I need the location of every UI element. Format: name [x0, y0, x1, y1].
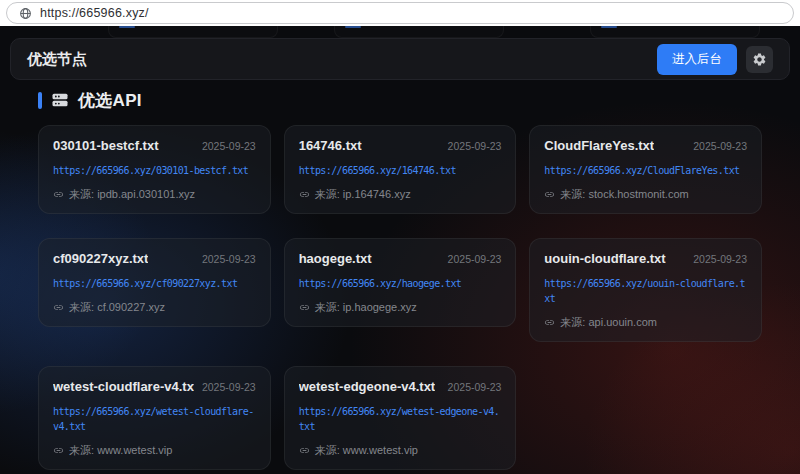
- link-icon: [299, 445, 310, 456]
- source-domain: ipdb.api.030101.xyz: [97, 188, 195, 200]
- source-prefix: 来源:: [69, 301, 94, 313]
- browser-chrome: https://665966.xyz/: [0, 0, 800, 26]
- api-card: 164746.txt 2025-09-23 https://665966.xyz…: [284, 125, 517, 214]
- card-url-link[interactable]: https://665966.xyz/wetest-edgeone-v4.txt: [299, 404, 502, 434]
- card-source-text: 来源: ipdb.api.030101.xyz: [69, 187, 195, 201]
- card-filename: haogege.txt: [299, 251, 372, 266]
- page-body: 优选节点 进入后台 优选API 030101-bestcf.txt 2025-0…: [0, 26, 800, 474]
- address-bar[interactable]: https://665966.xyz/: [6, 2, 794, 24]
- card-header: wetest-edgeone-v4.txt 2025-09-23: [299, 379, 502, 395]
- source-domain: api.uouin.com: [588, 316, 657, 328]
- card-header: wetest-cloudflare-v4.txt 2025-09-23: [53, 379, 256, 395]
- card-source-row: 来源: ip.164746.xyz: [299, 187, 502, 201]
- scrolled-off-card-remnants: [0, 26, 800, 38]
- card-source-row: 来源: www.wetest.vip: [53, 443, 256, 457]
- source-prefix: 来源:: [69, 444, 94, 456]
- card-header: haogege.txt 2025-09-23: [299, 251, 502, 267]
- source-prefix: 来源:: [315, 301, 340, 313]
- link-icon: [544, 317, 555, 328]
- card-source-row: 来源: stock.hostmonit.com: [544, 187, 747, 201]
- card-url-link[interactable]: https://665966.xyz/164746.txt: [299, 163, 502, 178]
- gear-icon: [752, 52, 767, 67]
- card-source-row: 来源: ip.haogege.xyz: [299, 300, 502, 314]
- card-source-text: 来源: ip.haogege.xyz: [315, 300, 417, 314]
- source-domain: cf.090227.xyz: [97, 301, 165, 313]
- server-stack-icon: [50, 90, 70, 110]
- api-card: wetest-edgeone-v4.txt 2025-09-23 https:/…: [284, 366, 517, 470]
- card-date: 2025-09-23: [202, 381, 256, 393]
- api-card: cf090227xyz.txt 2025-09-23 https://66596…: [38, 238, 271, 327]
- api-section-header: 优选API: [38, 89, 762, 111]
- card-source-row: 来源: cf.090227.xyz: [53, 300, 256, 314]
- api-card: CloudFlareYes.txt 2025-09-23 https://665…: [529, 125, 762, 214]
- api-card: haogege.txt 2025-09-23 https://665966.xy…: [284, 238, 517, 327]
- card-date: 2025-09-23: [448, 253, 502, 265]
- card-header: cf090227xyz.txt 2025-09-23: [53, 251, 256, 267]
- source-domain: stock.hostmonit.com: [588, 188, 688, 200]
- card-source-text: 来源: www.wetest.vip: [69, 443, 172, 457]
- card-source-text: 来源: api.uouin.com: [560, 315, 657, 329]
- cutoff-card-remnant: [108, 26, 278, 38]
- card-filename: 030101-bestcf.txt: [53, 138, 159, 153]
- cutoff-card-remnant: [590, 26, 760, 38]
- section-title: 优选API: [78, 89, 142, 112]
- cutoff-card-remnant: [334, 26, 504, 38]
- source-domain: www.wetest.vip: [97, 444, 172, 456]
- header-actions: 进入后台: [657, 44, 773, 75]
- source-domain: ip.164746.xyz: [343, 188, 411, 200]
- card-filename: cf090227xyz.txt: [53, 251, 148, 266]
- card-header: CloudFlareYes.txt 2025-09-23: [544, 138, 747, 154]
- source-prefix: 来源:: [315, 444, 340, 456]
- card-source-row: 来源: api.uouin.com: [544, 315, 747, 329]
- source-domain: ip.haogege.xyz: [343, 301, 417, 313]
- card-url-link[interactable]: https://665966.xyz/wetest-cloudflare-v4.…: [53, 404, 256, 434]
- link-icon: [53, 445, 64, 456]
- api-card-grid: 030101-bestcf.txt 2025-09-23 https://665…: [38, 125, 762, 470]
- settings-button[interactable]: [746, 46, 773, 73]
- link-icon: [299, 189, 310, 200]
- card-header: 030101-bestcf.txt 2025-09-23: [53, 138, 256, 154]
- api-card: wetest-cloudflare-v4.txt 2025-09-23 http…: [38, 366, 271, 470]
- source-prefix: 来源:: [69, 188, 94, 200]
- card-source-text: 来源: stock.hostmonit.com: [560, 187, 688, 201]
- site-info-globe-icon[interactable]: [19, 7, 32, 20]
- site-title: 优选节点: [27, 50, 87, 69]
- card-date: 2025-09-23: [693, 253, 747, 265]
- card-filename: uouin-cloudflare.txt: [544, 251, 665, 266]
- card-header: uouin-cloudflare.txt 2025-09-23: [544, 251, 747, 267]
- card-header: 164746.txt 2025-09-23: [299, 138, 502, 154]
- card-source-row: 来源: ipdb.api.030101.xyz: [53, 187, 256, 201]
- card-source-text: 来源: www.wetest.vip: [315, 443, 418, 457]
- card-filename: wetest-cloudflare-v4.txt: [53, 379, 194, 394]
- card-date: 2025-09-23: [448, 140, 502, 152]
- card-source-row: 来源: www.wetest.vip: [299, 443, 502, 457]
- card-source-text: 来源: ip.164746.xyz: [315, 187, 411, 201]
- url-text[interactable]: https://665966.xyz/: [40, 6, 149, 20]
- source-prefix: 来源:: [560, 188, 585, 200]
- card-url-link[interactable]: https://665966.xyz/cf090227xyz.txt: [53, 276, 256, 291]
- card-date: 2025-09-23: [202, 253, 256, 265]
- api-card: 030101-bestcf.txt 2025-09-23 https://665…: [38, 125, 271, 214]
- card-url-link[interactable]: https://665966.xyz/uouin-cloudflare.txt: [544, 276, 747, 306]
- enter-admin-button[interactable]: 进入后台: [657, 44, 737, 75]
- source-prefix: 来源:: [560, 316, 585, 328]
- api-card: uouin-cloudflare.txt 2025-09-23 https://…: [529, 238, 762, 342]
- accent-bar: [38, 92, 42, 109]
- card-url-link[interactable]: https://665966.xyz/haogege.txt: [299, 276, 502, 291]
- card-filename: wetest-edgeone-v4.txt: [299, 379, 436, 394]
- link-icon: [544, 189, 555, 200]
- card-url-link[interactable]: https://665966.xyz/CloudFlareYes.txt: [544, 163, 747, 178]
- site-header: 优选节点 进入后台: [10, 38, 790, 80]
- card-url-link[interactable]: https://665966.xyz/030101-bestcf.txt: [53, 163, 256, 178]
- source-domain: www.wetest.vip: [343, 444, 418, 456]
- link-icon: [53, 302, 64, 313]
- card-filename: CloudFlareYes.txt: [544, 138, 654, 153]
- card-date: 2025-09-23: [448, 381, 502, 393]
- card-date: 2025-09-23: [202, 140, 256, 152]
- card-date: 2025-09-23: [693, 140, 747, 152]
- link-icon: [53, 189, 64, 200]
- card-filename: 164746.txt: [299, 138, 362, 153]
- link-icon: [299, 302, 310, 313]
- card-source-text: 来源: cf.090227.xyz: [69, 300, 165, 314]
- source-prefix: 来源:: [315, 188, 340, 200]
